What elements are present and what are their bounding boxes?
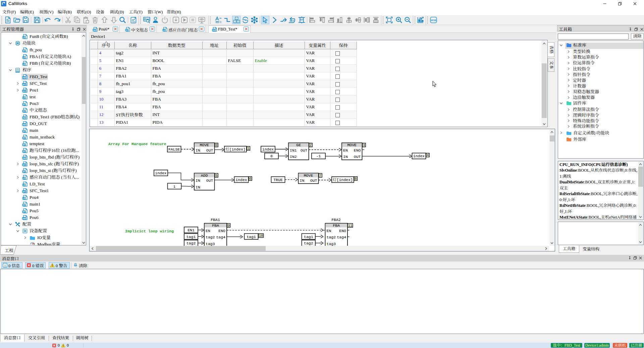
svg-text:1: 1: [247, 147, 249, 151]
svg-text:灯[index]: 灯[index]: [333, 178, 353, 182]
svg-text:ENO: ENO: [354, 148, 361, 153]
svg-text:IN: IN: [300, 178, 305, 183]
svg-text:6: 6: [249, 177, 251, 181]
svg-text:MOVE: MOVE: [200, 143, 209, 147]
svg-text:EN: EN: [327, 229, 331, 233]
svg-text:index: index: [235, 178, 247, 182]
svg-text:5: 5: [215, 174, 217, 178]
svg-text:灯[index]: 灯[index]: [225, 147, 246, 152]
svg-text:EN1: EN1: [187, 228, 195, 232]
svg-text:index: index: [262, 147, 274, 152]
svg-text:OUT: OUT: [354, 155, 361, 159]
svg-text:ADD: ADD: [201, 173, 208, 178]
svg-text:8: 8: [355, 177, 357, 181]
svg-text:GE: GE: [296, 143, 301, 147]
svg-text:OUT: OUT: [206, 148, 213, 153]
svg-text:4: 4: [427, 153, 429, 157]
svg-text:ENO: ENO: [218, 229, 225, 233]
svg-text:index: index: [413, 154, 425, 158]
svg-text:IN: IN: [196, 148, 200, 153]
svg-text:IN2: IN2: [290, 155, 297, 159]
svg-text:ENO: ENO: [339, 229, 346, 233]
svg-text:tag1: tag1: [247, 235, 256, 239]
svg-text:IN: IN: [196, 185, 200, 189]
svg-text:-1: -1: [316, 154, 321, 158]
svg-text:FALSE: FALSE: [168, 147, 180, 152]
svg-text:tag4: tag4: [337, 235, 346, 239]
svg-text:7: 7: [319, 174, 321, 178]
svg-text:tag1: tag1: [304, 235, 313, 239]
svg-text:FBA: FBA: [333, 223, 340, 228]
svg-text:FBA2: FBA2: [331, 218, 341, 222]
svg-text:tag2: tag2: [186, 241, 196, 245]
svg-text:0: 0: [215, 143, 217, 147]
svg-text:IN: IN: [196, 178, 200, 183]
svg-text:8: 8: [270, 154, 273, 158]
svg-text:3: 3: [363, 143, 365, 147]
svg-text:OUT: OUT: [301, 148, 308, 153]
svg-text:index: index: [155, 171, 167, 175]
svg-text:10: 10: [259, 234, 263, 238]
svg-text:EN: EN: [206, 229, 210, 233]
svg-text:tag1: tag1: [186, 235, 196, 239]
svg-text:tag4: tag4: [216, 235, 225, 239]
svg-text:tag3: tag3: [327, 242, 336, 246]
svg-text:tag2: tag2: [304, 241, 313, 245]
svg-text:tag2: tag2: [206, 235, 215, 239]
svg-text:tag2: tag2: [327, 235, 336, 239]
svg-text:2: 2: [310, 143, 312, 147]
svg-text:Array For Marquee feature: Array For Marquee feature: [108, 142, 166, 146]
svg-text:Implicict loop wiring: Implicict loop wiring: [125, 229, 174, 233]
svg-text:FBA: FBA: [212, 223, 219, 228]
svg-text:OUT: OUT: [206, 178, 213, 183]
svg-text:EN: EN: [343, 148, 348, 153]
svg-text:MOVE: MOVE: [304, 173, 313, 178]
svg-text:TRUE: TRUE: [273, 178, 283, 182]
svg-text:IN: IN: [343, 155, 348, 159]
svg-text:MOVE: MOVE: [347, 143, 357, 147]
svg-text:9: 9: [228, 224, 230, 228]
svg-text:tag3: tag3: [206, 242, 215, 246]
svg-text:OUT: OUT: [310, 178, 317, 183]
svg-text:FBA1: FBA1: [211, 218, 220, 222]
svg-text:IN1: IN1: [290, 148, 297, 153]
svg-text:11: 11: [348, 224, 353, 228]
svg-text:1: 1: [173, 184, 176, 189]
